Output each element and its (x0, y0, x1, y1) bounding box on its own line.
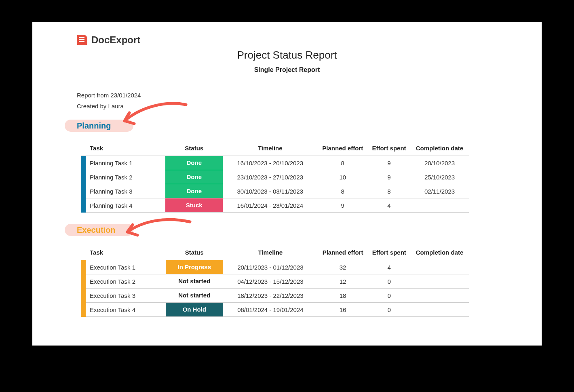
cell-task: Execution Task 3 (86, 289, 166, 303)
cell-task: Planning Task 4 (86, 198, 165, 213)
section-title-execution: Execution (65, 223, 521, 237)
status-badge: Done (165, 156, 223, 170)
row-stripe (81, 156, 86, 170)
cell-task: Planning Task 1 (86, 156, 165, 170)
report-from: Report from 23/01/2024 (77, 90, 521, 101)
cell-completion-date (410, 289, 469, 303)
table-row: Planning Task 1Done16/10/2023 - 20/10/20… (81, 156, 469, 170)
cell-completion-date (410, 198, 469, 213)
cell-planned-effort: 16 (318, 303, 368, 317)
report-subtitle: Single Project Report (53, 66, 521, 74)
row-stripe (81, 170, 86, 184)
col-task: Task (86, 141, 165, 156)
brand-name: DocExport (91, 34, 140, 46)
cell-completion-date: 20/10/2023 (410, 156, 469, 170)
cell-completion-date: 02/11/2023 (410, 184, 469, 198)
cell-planned-effort: 32 (318, 260, 368, 274)
table-row: Execution Task 1In Progress20/11/2023 - … (81, 260, 469, 274)
cell-task: Execution Task 1 (86, 260, 166, 274)
cell-planned-effort: 18 (318, 289, 368, 303)
table-row: Planning Task 3Done30/10/2023 - 03/11/20… (81, 184, 469, 198)
row-stripe (81, 260, 86, 274)
cell-effort-spent: 4 (368, 198, 410, 213)
row-stripe (81, 303, 86, 317)
table-row: Planning Task 4Stuck16/01/2024 - 23/01/2… (81, 198, 469, 213)
cell-completion-date (410, 260, 469, 274)
col-effort-spent: Effort spent (368, 246, 410, 260)
cell-effort-spent: 9 (368, 156, 410, 170)
planning-table: Task Status Timeline Planned effort Effo… (81, 141, 469, 213)
cell-planned-effort: 9 (317, 198, 368, 213)
cell-timeline: 20/11/2023 - 01/12/2023 (223, 260, 318, 274)
brand-logo: DocExport (77, 34, 521, 46)
execution-tbody: Execution Task 1In Progress20/11/2023 - … (81, 260, 469, 317)
cell-status: On Hold (166, 303, 223, 317)
cell-completion-date: 25/10/2023 (410, 170, 469, 184)
status-badge: In Progress (166, 260, 223, 274)
col-timeline: Timeline (223, 246, 318, 260)
cell-planned-effort: 8 (317, 156, 368, 170)
status-badge: Done (165, 170, 223, 184)
col-completion-date: Completion date (410, 246, 469, 260)
col-effort-spent: Effort spent (368, 141, 410, 156)
col-planned-effort: Planned effort (317, 141, 368, 156)
report-title: Project Status Report (53, 49, 521, 61)
cell-status: Done (165, 170, 223, 184)
cell-timeline: 16/10/2023 - 20/10/2023 (223, 156, 317, 170)
cell-timeline: 16/01/2024 - 23/01/2024 (223, 198, 317, 213)
report-page: DocExport Project Status Report Single P… (32, 22, 542, 346)
cell-effort-spent: 0 (368, 303, 410, 317)
col-task: Task (86, 246, 166, 260)
cell-timeline: 30/10/2023 - 03/11/2023 (223, 184, 317, 198)
col-status: Status (166, 246, 223, 260)
col-status: Status (165, 141, 223, 156)
table-row: Execution Task 4On Hold08/01/2024 - 19/0… (81, 303, 469, 317)
status-badge: Not started (166, 274, 223, 288)
cell-effort-spent: 9 (368, 170, 410, 184)
row-stripe (81, 289, 86, 303)
cell-effort-spent: 8 (368, 184, 410, 198)
cell-planned-effort: 8 (317, 184, 368, 198)
cell-completion-date (410, 303, 469, 317)
col-timeline: Timeline (223, 141, 317, 156)
docexport-icon (77, 35, 87, 45)
status-badge: Done (165, 184, 223, 198)
cell-planned-effort: 10 (317, 170, 368, 184)
cell-effort-spent: 4 (368, 260, 410, 274)
table-row: Execution Task 3Not started18/12/2023 - … (81, 289, 469, 303)
created-by: Created by Laura (77, 101, 521, 112)
cell-status: Stuck (165, 198, 223, 213)
cell-planned-effort: 12 (318, 274, 368, 289)
cell-task: Planning Task 3 (86, 184, 165, 198)
section-planning: Planning Task Status Timeli (53, 119, 521, 213)
cell-status: Not started (166, 274, 223, 289)
col-completion-date: Completion date (410, 141, 469, 156)
cell-status: In Progress (166, 260, 223, 274)
status-badge: On Hold (166, 303, 223, 316)
row-stripe (81, 184, 86, 198)
table-header-row: Task Status Timeline Planned effort Effo… (81, 141, 469, 156)
cell-effort-spent: 0 (368, 274, 410, 289)
row-stripe (81, 198, 86, 213)
cell-timeline: 04/12/2023 - 15/12/2023 (223, 274, 318, 289)
section-execution: Execution Task Status Timeline (53, 223, 521, 317)
cell-task: Planning Task 2 (86, 170, 165, 184)
table-header-row: Task Status Timeline Planned effort Effo… (81, 246, 469, 260)
cell-status: Done (165, 156, 223, 170)
status-badge: Stuck (165, 198, 223, 212)
cell-effort-spent: 0 (368, 289, 410, 303)
row-stripe (81, 274, 86, 289)
cell-timeline: 08/01/2024 - 19/01/2024 (223, 303, 318, 317)
cell-status: Done (165, 184, 223, 198)
cell-completion-date (410, 274, 469, 289)
table-row: Execution Task 2Not started04/12/2023 - … (81, 274, 469, 289)
cell-task: Execution Task 4 (86, 303, 166, 317)
cell-status: Not started (166, 289, 223, 303)
table-row: Planning Task 2Done23/10/2023 - 27/10/20… (81, 170, 469, 184)
execution-table: Task Status Timeline Planned effort Effo… (81, 246, 469, 317)
cell-timeline: 23/10/2023 - 27/10/2023 (223, 170, 317, 184)
planning-tbody: Planning Task 1Done16/10/2023 - 20/10/20… (81, 156, 469, 213)
status-badge: Not started (166, 289, 223, 302)
report-meta: Report from 23/01/2024 Created by Laura (77, 90, 521, 112)
col-planned-effort: Planned effort (318, 246, 368, 260)
